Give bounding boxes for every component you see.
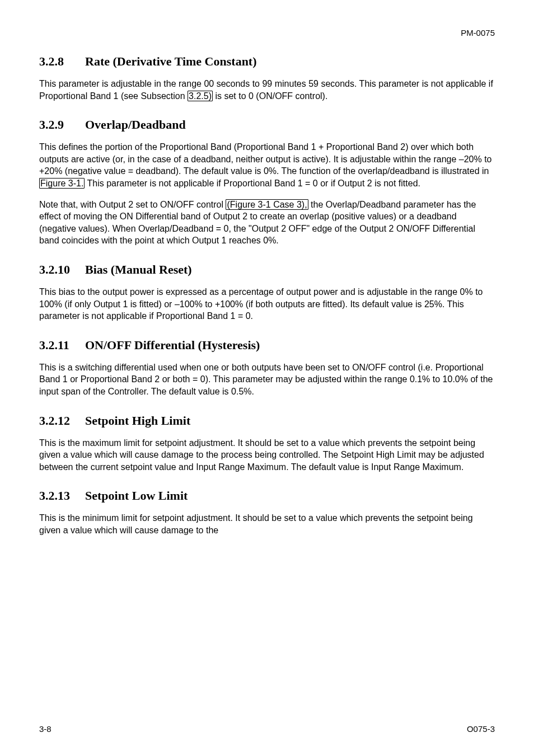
section-title: Rate (Derivative Time Constant) — [85, 54, 257, 68]
section-heading: 3.2.11ON/OFF Differential (Hysteresis) — [39, 338, 495, 353]
body-paragraph: This is the maximum limit for setpoint a… — [39, 437, 495, 473]
page: PM-0075 3.2.8Rate (Derivative Time Const… — [0, 0, 534, 756]
section-title: Overlap/Deadband — [85, 118, 186, 132]
section-heading: 3.2.13Setpoint Low Limit — [39, 489, 495, 503]
body-paragraph: This is a switching differential used wh… — [39, 361, 495, 398]
section-heading: 3.2.9Overlap/Deadband — [39, 118, 495, 132]
body-paragraph: Note that, with Output 2 set to ON/OFF c… — [39, 199, 495, 247]
section-number: 3.2.8 — [39, 54, 85, 69]
section-number: 3.2.13 — [39, 489, 85, 503]
content: 3.2.8Rate (Derivative Time Constant)This… — [39, 54, 495, 536]
section-heading: 3.2.12Setpoint High Limit — [39, 414, 495, 428]
cross-reference-link[interactable]: Figure 3-1. — [39, 178, 85, 189]
page-header-id: PM-0075 — [39, 28, 495, 37]
body-paragraph: This defines the portion of the Proporti… — [39, 141, 495, 189]
section-title: ON/OFF Differential (Hysteresis) — [85, 338, 260, 352]
body-paragraph: This parameter is adjustable in the rang… — [39, 78, 495, 102]
body-paragraph: This bias to the output power is express… — [39, 286, 495, 322]
section-title: Setpoint High Limit — [85, 414, 190, 428]
footer-right: O075-3 — [467, 724, 495, 734]
section-number: 3.2.12 — [39, 414, 85, 428]
cross-reference-link[interactable]: 3.2.5) — [188, 91, 213, 101]
body-paragraph: This is the minimum limit for setpoint a… — [39, 512, 495, 536]
section-number: 3.2.9 — [39, 118, 85, 132]
section-heading: 3.2.8Rate (Derivative Time Constant) — [39, 54, 495, 69]
cross-reference-link[interactable]: (Figure 3-1 Case 3), — [226, 199, 308, 210]
footer-left: 3-8 — [39, 724, 51, 734]
section-title: Setpoint Low Limit — [85, 489, 188, 503]
section-number: 3.2.11 — [39, 338, 85, 353]
section-number: 3.2.10 — [39, 262, 85, 277]
section-heading: 3.2.10Bias (Manual Reset) — [39, 262, 495, 277]
section-title: Bias (Manual Reset) — [85, 262, 192, 276]
page-footer: 3-8 O075-3 — [39, 724, 495, 734]
